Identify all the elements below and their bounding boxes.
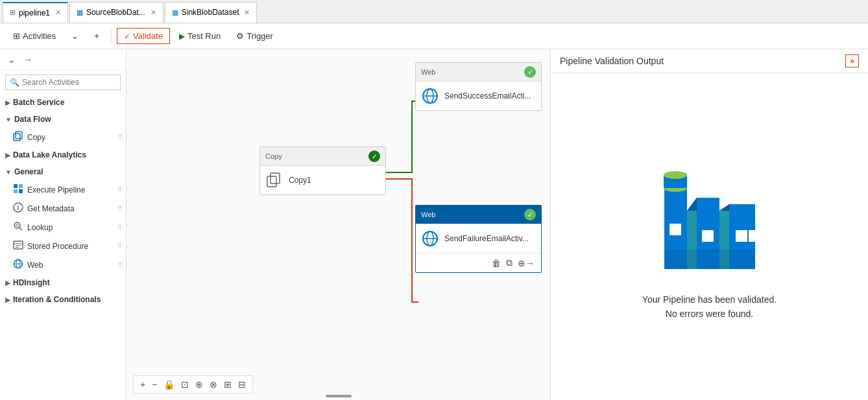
web-success-header-label: Web — [421, 68, 435, 76]
svg-marker-39 — [719, 204, 729, 211]
validate-button[interactable]: ✓ Validate — [117, 28, 170, 44]
tab-sinkblobdataset-close[interactable]: ✕ — [244, 8, 250, 17]
web-drag: ⠿ — [117, 261, 122, 268]
sidebar-expand-btn[interactable]: ⌄ — [5, 53, 18, 66]
copy-node-header-label: Copy — [265, 152, 282, 160]
tab-sourceblobdat[interactable]: ▦ SourceBlobDat... ✕ — [69, 2, 163, 23]
copy-node[interactable]: Copy ✓ Copy1 — [259, 147, 386, 195]
web-success-status: ✓ — [524, 66, 536, 78]
web-success-label: SendSuccessEmailActi... — [444, 91, 536, 100]
general-arrow: ▼ — [5, 169, 12, 176]
data-lake-label: Data Lake Analytics — [13, 150, 86, 159]
canvas-zoom-out-btn[interactable]: ⊗ — [207, 378, 220, 391]
tab-pipeline1[interactable]: ⊞ pipeline1 ✕ — [3, 2, 68, 23]
canvas-fit-btn[interactable]: ⊡ — [178, 378, 191, 391]
sidebar-item-get-metadata[interactable]: i Get Metadata ⠿ — [0, 199, 126, 218]
right-panel: Pipeline Validation Output » — [550, 49, 868, 400]
factory-illustration — [645, 152, 775, 282]
search-box: 🔍 — [5, 75, 121, 90]
svg-rect-35 — [702, 230, 714, 242]
sidebar-section-header-hdinsight[interactable]: ▶ HDInsight — [0, 274, 126, 291]
sidebar-item-web[interactable]: Web ⠿ — [0, 255, 126, 274]
web-failure-node[interactable]: Web ✓ SendFailureEmailActiv... 🗑 ⧉ ⊕→ — [415, 205, 542, 273]
svg-rect-34 — [669, 224, 681, 235]
sidebar-section-header-iteration[interactable]: ▶ Iteration & Conditionals — [0, 291, 126, 308]
svg-rect-36 — [736, 230, 747, 242]
web-sidebar-icon — [13, 259, 23, 271]
web-failure-copy-btn[interactable]: ⧉ — [505, 256, 514, 270]
svg-rect-1 — [16, 132, 22, 139]
web-failure-header: Web ✓ — [416, 206, 541, 224]
copy-node-body: Copy1 — [260, 166, 385, 194]
tab-sinkblobdataset[interactable]: ▦ SinkBlobDataset ✕ — [165, 2, 258, 23]
main-toolbar: ⊞ Activities ⌄ + ✓ Validate ▶ Test Run ⚙… — [0, 23, 868, 49]
canvas-area: Copy ✓ Copy1 Web ✓ — [127, 49, 550, 400]
general-label: General — [14, 167, 43, 176]
svg-rect-4 — [14, 189, 18, 193]
iteration-arrow: ▶ — [5, 296, 10, 303]
web-success-node[interactable]: Web ✓ SendSuccessEmailActi... — [415, 62, 542, 111]
activities-button[interactable]: ⊞ Activities — [6, 29, 62, 43]
sidebar-item-copy[interactable]: Copy ⠿ — [0, 128, 126, 147]
test-run-icon: ▶ — [179, 32, 185, 41]
copy-node-header: Copy ✓ — [260, 147, 385, 166]
sidebar-section-header-data-flow[interactable]: ▼ Data Flow — [0, 111, 126, 128]
tab-sourceblobdat-close[interactable]: ✕ — [151, 8, 156, 17]
web-failure-delete-btn[interactable]: 🗑 — [490, 256, 502, 270]
svg-text:i: i — [18, 204, 19, 211]
canvas-layout-btn[interactable]: ⊟ — [235, 378, 248, 391]
right-panel-content: Your Pipeline has been validated. No err… — [551, 73, 868, 400]
sidebar-item-execute-pipeline[interactable]: Execute Pipeline ⠿ — [0, 180, 126, 199]
canvas-add-btn[interactable]: + — [138, 378, 148, 391]
trigger-button[interactable]: ⚙ Trigger — [230, 29, 280, 43]
hdinsight-arrow: ▶ — [5, 279, 10, 287]
lookup-icon — [13, 221, 23, 233]
sidebar-section-header-data-lake[interactable]: ▶ Data Lake Analytics — [0, 147, 126, 163]
canvas-remove-btn[interactable]: − — [149, 378, 160, 391]
web-failure-header-label: Web — [421, 211, 435, 218]
validate-label: Validate — [133, 31, 163, 41]
search-input[interactable] — [22, 78, 116, 87]
test-run-button[interactable]: ▶ Test Run — [173, 29, 227, 43]
svg-rect-40 — [664, 250, 755, 269]
sidebar-section-header-general[interactable]: ▼ General — [0, 163, 126, 180]
canvas-toolbar: + − 🔒 ⊡ ⊕ ⊗ ⊞ ⊟ — [133, 375, 253, 394]
table-tab-icon-2: ▦ — [172, 8, 178, 17]
hdinsight-label: HDInsight — [13, 278, 50, 287]
copy-drag-handle: ⠿ — [117, 134, 122, 141]
sidebar-add-btn[interactable]: → — [21, 53, 35, 66]
canvas-zoom-in-btn[interactable]: ⊕ — [193, 378, 206, 391]
svg-rect-37 — [749, 230, 760, 242]
web-failure-link-btn[interactable]: ⊕→ — [516, 256, 536, 270]
sidebar: ⌄ → 🔍 ▶ Batch Service ▼ Data Flow — [0, 49, 127, 400]
canvas-grid-btn[interactable]: ⊞ — [221, 378, 234, 391]
data-flow-arrow: ▼ — [5, 116, 12, 123]
tab-sinkblobdataset-label: SinkBlobDataset — [182, 8, 239, 17]
validation-line1: Your Pipeline has been validated. — [642, 292, 777, 307]
sidebar-item-lookup[interactable]: Lookup ⠿ — [0, 218, 126, 237]
sidebar-item-stored-procedure[interactable]: Stored Procedure ⠿ — [0, 237, 126, 255]
tab-pipeline1-close[interactable]: ✕ — [55, 8, 61, 17]
activities-icon: ⊞ — [13, 31, 20, 41]
iteration-label: Iteration & Conditionals — [13, 295, 101, 304]
svg-rect-19 — [267, 176, 276, 187]
stored-procedure-label: Stored Procedure — [27, 242, 88, 251]
lookup-label: Lookup — [27, 223, 53, 232]
copy-node-status: ✓ — [368, 150, 380, 162]
svg-rect-0 — [14, 134, 20, 141]
canvas-lock-btn[interactable]: 🔒 — [161, 378, 177, 391]
right-panel-collapse-btn[interactable]: » — [845, 54, 859, 67]
expand-button[interactable]: ⌄ — [65, 29, 85, 43]
copy-node-icon — [265, 171, 283, 189]
sidebar-section-header-batch-service[interactable]: ▶ Batch Service — [0, 94, 126, 111]
execute-pipeline-label: Execute Pipeline — [27, 185, 85, 194]
web-failure-actions: 🗑 ⧉ ⊕→ — [416, 253, 541, 272]
add-icon: + — [94, 31, 99, 41]
tab-bar: ⊞ pipeline1 ✕ ▦ SourceBlobDat... ✕ ▦ Sin… — [0, 0, 868, 23]
search-icon: 🔍 — [10, 78, 19, 87]
execute-pipeline-icon — [13, 183, 23, 196]
copy-node-label: Copy1 — [289, 176, 380, 185]
add-button[interactable]: + — [88, 29, 106, 43]
web-success-header: Web ✓ — [416, 63, 541, 82]
web-failure-label: SendFailureEmailActiv... — [444, 234, 536, 243]
